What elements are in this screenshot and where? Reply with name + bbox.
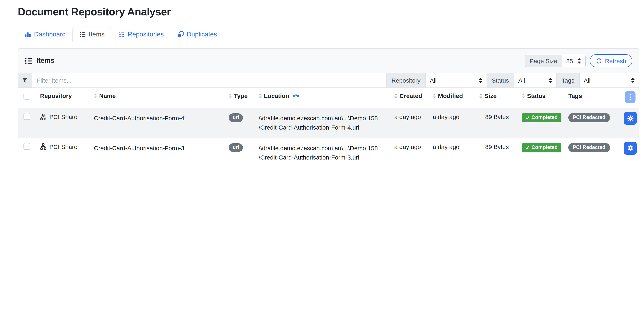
sort-icon bbox=[394, 93, 398, 98]
type-cell: url bbox=[226, 138, 256, 166]
copy-icon bbox=[178, 31, 184, 38]
refresh-icon bbox=[596, 58, 602, 64]
app-viewport: Document Repository Analyser Dashboard I… bbox=[0, 0, 644, 166]
list-icon bbox=[25, 57, 32, 64]
table-row[interactable]: PCI Share Credit-Card-Authorisation-Form… bbox=[18, 138, 639, 166]
column-label: Tags bbox=[568, 92, 582, 99]
sort-icon bbox=[433, 93, 436, 98]
column-header-status[interactable]: Status bbox=[518, 88, 565, 108]
location-cell: \\drafile.demo.ezescan.com.au\...\Demo 1… bbox=[256, 108, 391, 138]
column-label: Status bbox=[527, 92, 546, 99]
column-label: Modified bbox=[438, 92, 463, 99]
created-cell: a day ago bbox=[391, 138, 430, 166]
column-menu-button[interactable] bbox=[625, 91, 636, 103]
row-settings-button[interactable] bbox=[624, 112, 637, 125]
tab-duplicates[interactable]: Duplicates bbox=[170, 27, 224, 42]
tab-items[interactable]: Items bbox=[73, 27, 112, 42]
row-checkbox[interactable] bbox=[24, 113, 30, 120]
modified-cell: a day ago bbox=[430, 138, 476, 166]
select-caret-icon bbox=[631, 78, 635, 83]
status-badge: Completed bbox=[522, 113, 561, 122]
items-panel: Items Page Size 25 Refresh bbox=[18, 48, 639, 166]
tab-bar: Dashboard Items Repositories Duplicates bbox=[18, 27, 639, 42]
tags-filter-label: Tags bbox=[556, 73, 580, 88]
page-size-group: Page Size 25 bbox=[525, 54, 586, 67]
column-header-created[interactable]: Created bbox=[391, 88, 430, 108]
panel-title-text: Items bbox=[36, 57, 54, 65]
status-cell: Completed bbox=[518, 138, 565, 166]
type-badge: url bbox=[229, 113, 243, 122]
funnel-icon bbox=[18, 73, 32, 88]
column-header-modified[interactable]: Modified bbox=[430, 88, 476, 108]
page-title: Document Repository Analyser bbox=[18, 6, 639, 18]
page-size-value: 25 bbox=[566, 57, 573, 64]
refresh-label: Refresh bbox=[605, 57, 626, 64]
tab-label: Repositories bbox=[128, 31, 164, 38]
gear-icon bbox=[627, 115, 634, 122]
type-cell: url bbox=[226, 108, 256, 138]
sort-icon bbox=[479, 93, 482, 98]
panel-title: Items bbox=[25, 57, 54, 65]
repository-filter-label: Repository bbox=[386, 73, 426, 88]
status-badge: Completed bbox=[522, 143, 561, 152]
created-cell: a day ago bbox=[391, 108, 430, 138]
select-caret-icon bbox=[549, 78, 552, 83]
column-label: Size bbox=[484, 92, 497, 99]
gear-icon bbox=[627, 144, 634, 152]
eye-icon[interactable] bbox=[292, 93, 299, 98]
name-cell: Credit-Card-Authorisation-Form-4 bbox=[91, 108, 226, 138]
row-checkbox[interactable] bbox=[24, 143, 30, 150]
status-label: Completed bbox=[532, 144, 558, 150]
status-filter-value: All bbox=[518, 77, 525, 84]
row-settings-button[interactable] bbox=[624, 142, 637, 154]
bar-chart-icon bbox=[25, 31, 31, 38]
repository-name: PCI Share bbox=[50, 113, 77, 120]
tags-cell: PCI Redacted bbox=[565, 108, 620, 138]
vertical-dots-icon bbox=[630, 94, 631, 100]
column-header-location[interactable]: Location bbox=[256, 88, 391, 108]
column-label: Type bbox=[234, 92, 248, 99]
tags-filter-select[interactable]: All bbox=[580, 73, 639, 88]
share-icon bbox=[40, 114, 46, 120]
column-header-name[interactable]: Name bbox=[91, 88, 226, 108]
share-icon bbox=[40, 143, 46, 150]
column-label: Repository bbox=[40, 92, 72, 99]
tags-filter-value: All bbox=[584, 77, 590, 84]
table-header-row: Repository Name Type Location Created bbox=[18, 88, 639, 108]
name-cell: Credit-Card-Authorisation-Form-3 bbox=[91, 138, 226, 166]
page-size-select[interactable]: 25 bbox=[562, 54, 586, 67]
tag-badge: PCI Redacted bbox=[568, 113, 610, 122]
tab-label: Items bbox=[89, 31, 105, 38]
tags-cell: PCI Redacted bbox=[565, 138, 620, 166]
tab-label: Duplicates bbox=[187, 31, 217, 38]
repository-name: PCI Share bbox=[50, 143, 77, 150]
column-header-tags: Tags bbox=[565, 88, 620, 108]
repository-cell: PCI Share bbox=[37, 138, 91, 166]
tab-dashboard[interactable]: Dashboard bbox=[18, 27, 73, 42]
select-caret-icon bbox=[578, 58, 582, 63]
column-header-size[interactable]: Size bbox=[476, 88, 518, 108]
select-all-checkbox[interactable] bbox=[24, 93, 30, 100]
check-icon bbox=[526, 116, 530, 120]
check-icon bbox=[526, 145, 530, 150]
column-label: Created bbox=[400, 92, 422, 99]
column-label: Location bbox=[264, 92, 289, 99]
repository-filter-select[interactable]: All bbox=[426, 73, 486, 88]
filter-bar: Repository All Status All Tags All bbox=[18, 73, 639, 88]
status-cell: Completed bbox=[518, 108, 565, 138]
tab-label: Dashboard bbox=[34, 31, 66, 38]
refresh-button[interactable]: Refresh bbox=[590, 54, 632, 67]
column-header-type[interactable]: Type bbox=[226, 88, 256, 108]
sort-icon bbox=[229, 93, 232, 98]
filter-items-input[interactable] bbox=[32, 73, 386, 88]
status-filter-select[interactable]: All bbox=[514, 73, 556, 88]
tab-repositories[interactable]: Repositories bbox=[112, 27, 170, 42]
status-label: Completed bbox=[532, 114, 558, 121]
tree-icon bbox=[118, 31, 125, 38]
sort-icon bbox=[522, 93, 525, 98]
select-caret-icon bbox=[479, 78, 482, 83]
table-row[interactable]: PCI Share Credit-Card-Authorisation-Form… bbox=[18, 108, 639, 138]
modified-cell: a day ago bbox=[430, 108, 476, 138]
repository-cell: PCI Share bbox=[37, 108, 91, 138]
items-panel-header: Items Page Size 25 Refresh bbox=[18, 48, 639, 73]
